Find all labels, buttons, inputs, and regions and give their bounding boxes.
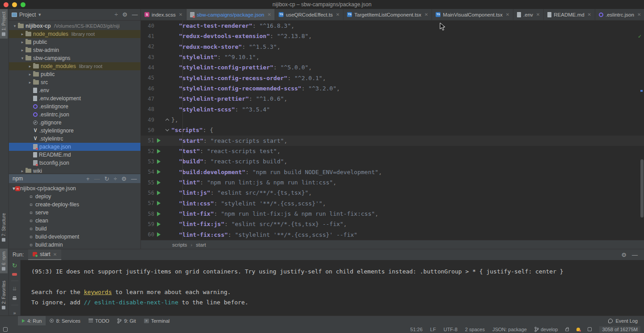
tree-chevron-right-icon[interactable]: ▸ — [27, 72, 33, 77]
code-line-59[interactable]: 59"lint-fix:js": "eslint src/**/*.{ts,ts… — [141, 219, 644, 229]
tab-index-scss[interactable]: Sindex.scss✕ — [141, 9, 186, 20]
run-script-icon[interactable] — [154, 180, 163, 185]
breadcrumb-start[interactable]: start — [196, 242, 206, 248]
remove-config-icon[interactable]: — — [94, 175, 100, 182]
close-icon[interactable]: ✕ — [506, 12, 509, 17]
console-link[interactable]: keywords — [84, 289, 112, 295]
code-line-60[interactable]: 60"lint-fix:css": "stylelint '**/*.{css,… — [141, 230, 644, 240]
code-area[interactable]: 40"react-test-renderer": "^16.8.3",41"re… — [141, 21, 644, 240]
tool-window-button-8-services[interactable]: 8: Services — [46, 316, 84, 325]
tree-item--gitignore[interactable]: .gitignore — [9, 119, 140, 127]
tree-chevron-right-icon[interactable]: ▸ — [19, 32, 25, 36]
code-line-50[interactable]: 50"scripts": { — [141, 125, 644, 135]
close-icon[interactable]: ✕ — [267, 12, 271, 17]
collapse-all-icon[interactable]: ÷ — [114, 11, 118, 18]
tree-item--stylelintignore[interactable]: V.stylelintignore — [9, 127, 140, 135]
tool-window-button-7-structure[interactable]: 7: Structure — [0, 210, 8, 244]
tree-chevron-right-icon[interactable]: ▸ — [27, 64, 33, 68]
close-icon[interactable]: ✕ — [637, 12, 641, 17]
gear-icon[interactable]: ⚙ — [621, 252, 627, 258]
run-tab-start[interactable]: start ✕ — [28, 249, 61, 260]
hide-panel-icon[interactable]: — — [132, 11, 138, 18]
tree-item-wiki[interactable]: ▸wiki — [9, 167, 140, 173]
tree-item-nijibox-cp[interactable]: ▾nijibox-cp/Volumes/ICS-IKEDA03/git/niji — [9, 22, 140, 30]
tool-window-button-9-git[interactable]: 9: Git — [113, 316, 140, 325]
tool-window-button-todo[interactable]: TODO — [85, 316, 114, 325]
close-icon[interactable]: ✕ — [424, 12, 428, 17]
tree-item-package-json[interactable]: package.json — [9, 143, 140, 151]
code-line-48[interactable]: 48"stylelint-scss": "^3.5.4" — [141, 104, 644, 115]
tab-useQRCodeEffect-ts[interactable]: TSuseQRCodeEffect.ts✕ — [275, 9, 343, 20]
rerun-icon[interactable]: ↻ — [12, 263, 17, 268]
run-script-icon[interactable] — [154, 232, 163, 237]
event-log-button[interactable]: Event Log — [608, 318, 644, 324]
npm-script-build-admin[interactable]: build:admin — [9, 241, 140, 249]
tree-chevron-right-icon[interactable]: ▸ — [19, 40, 25, 44]
stop-icon[interactable] — [12, 273, 17, 276]
tree-chevron-right-icon[interactable]: ▸ — [19, 169, 25, 173]
hide-panel-icon[interactable]: — — [131, 175, 137, 182]
tool-window-toggle-icon[interactable] — [3, 327, 8, 332]
scroll-to-end-icon[interactable]: ⇊ — [13, 286, 17, 292]
tree-item-node_modules[interactable]: ▸node_moduleslibrary root — [9, 30, 140, 38]
run-console[interactable]: (95:3) IE does not support justify-items… — [21, 260, 644, 316]
refresh-icon[interactable]: ↻ — [104, 175, 109, 182]
npm-root-item[interactable]: ▾nnijibox-cp/package.json — [9, 184, 140, 192]
code-line-58[interactable]: 58"lint-fix": "npm run lint-fix:js & npm… — [141, 209, 644, 219]
code-line-47[interactable]: 47"stylelint-prettier": "^1.0.6", — [141, 94, 644, 104]
code-line-52[interactable]: 52"test": "react-scripts test", — [141, 146, 644, 156]
code-line-55[interactable]: 55"lint": "npm run lint:js & npm run lin… — [141, 177, 644, 188]
breadcrumb-scripts[interactable]: scripts — [172, 242, 187, 248]
tool-window-button-6-npm[interactable]: 6: npm — [0, 249, 8, 273]
run-script-icon[interactable] — [154, 149, 163, 154]
tree-item--env[interactable]: .env — [9, 86, 140, 94]
code-line-53[interactable]: 53"build": "react-scripts build", — [141, 156, 644, 166]
file-type[interactable]: JSON: package — [492, 327, 527, 332]
code-line-43[interactable]: 43"stylelint": "^9.10.1", — [141, 52, 644, 62]
tab-MainVisualComponent-tsx[interactable]: TSMainVisualComponent.tsx✕ — [432, 9, 513, 20]
close-icon[interactable]: ✕ — [179, 12, 182, 17]
code-line-54[interactable]: 54"build:development": "npm run build NO… — [141, 167, 644, 177]
tree-item-sbw-campaigns[interactable]: ▾sbw-campaigns — [9, 54, 140, 62]
tree-item-sbw-admin[interactable]: ▸sbw-admin — [9, 46, 140, 54]
more-actions-icon[interactable]: » — [13, 310, 16, 316]
indexing-status-icon[interactable] — [588, 327, 592, 331]
npm-script-clean[interactable]: clean — [9, 217, 140, 225]
tool-window-button-2-favorites[interactable]: 2: Favorites — [0, 278, 8, 312]
close-icon[interactable]: ✕ — [588, 12, 591, 17]
tree-item-README-md[interactable]: README.md — [9, 151, 140, 159]
code-line-44[interactable]: 44"stylelint-config-prettier": "^5.0.0", — [141, 62, 644, 73]
code-line-45[interactable]: 45"stylelint-config-recess-order": "^2.0… — [141, 73, 644, 83]
tree-item--env-development[interactable]: .env.development — [9, 94, 140, 102]
run-script-icon[interactable] — [154, 201, 163, 205]
tree-item--stylelintrc[interactable]: V.stylelintrc — [9, 135, 140, 143]
tab-README-md[interactable]: README.md✕ — [544, 9, 595, 20]
memory-indicator[interactable]: 3058 of 16275M — [599, 326, 640, 333]
run-script-icon[interactable] — [154, 212, 163, 216]
code-line-46[interactable]: 46"stylelint-config-recommended-scss": "… — [141, 83, 644, 94]
code-line-56[interactable]: 56"lint:js": "eslint src/**/*.{ts,tsx}", — [141, 188, 644, 198]
code-line-49[interactable]: 49}, — [141, 115, 644, 125]
close-icon[interactable]: ✕ — [336, 12, 339, 17]
line-separator[interactable]: LF — [430, 327, 436, 332]
tree-item-node_modules[interactable]: ▸node_moduleslibrary root — [9, 62, 140, 70]
git-branch-widget[interactable]: develop — [534, 327, 558, 332]
tree-chevron-right-icon[interactable]: ▸ — [19, 48, 25, 52]
gear-icon[interactable]: ⚙ — [122, 11, 127, 18]
code-line-40[interactable]: 40"react-test-renderer": "^16.8.3", — [141, 21, 644, 31]
npm-script-build-development[interactable]: build-development — [9, 233, 140, 241]
fold-marker-icon[interactable] — [163, 129, 171, 131]
tree-chevron-down-icon[interactable]: ▾ — [12, 24, 18, 28]
run-script-icon[interactable] — [154, 159, 163, 164]
tree-chevron-right-icon[interactable]: ▸ — [27, 80, 33, 85]
close-icon[interactable]: ✕ — [536, 12, 540, 17]
lock-icon[interactable] — [565, 329, 569, 331]
hide-panel-icon[interactable]: — — [632, 252, 638, 258]
tree-item--eslintignore[interactable]: .eslintignore — [9, 102, 140, 111]
code-line-51[interactable]: 51"start": "react-scripts start", — [141, 136, 644, 146]
run-script-icon[interactable] — [154, 170, 163, 174]
tree-item-public[interactable]: ▸public — [9, 70, 140, 78]
tab-TargetItemListComponent-tsx[interactable]: TSTargetItemListComponent.tsx✕ — [343, 9, 432, 20]
tree-item--eslintrc-json[interactable]: .eslintrc.json — [9, 111, 140, 119]
indent-setting[interactable]: 2 spaces — [465, 327, 485, 332]
